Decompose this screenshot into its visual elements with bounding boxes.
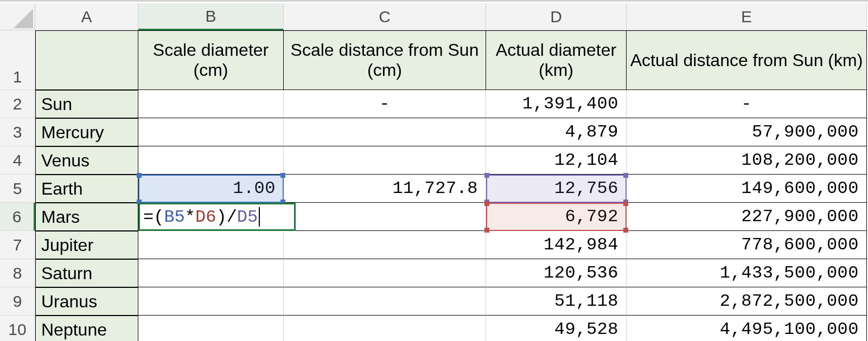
cell-B3[interactable]	[138, 118, 284, 146]
cell-D7[interactable]: 142,984	[486, 231, 627, 259]
row-header-1[interactable]: 1	[0, 30, 35, 90]
cell-C9[interactable]	[284, 287, 486, 316]
cell-A5[interactable]: Earth	[35, 175, 138, 203]
cell-A9[interactable]: Uranus	[35, 287, 138, 316]
row-header-7[interactable]: 7	[0, 231, 35, 259]
cell-A7[interactable]: Jupiter	[35, 231, 138, 259]
cell-E10[interactable]: 4,495,100,000	[627, 316, 867, 341]
cell-D3[interactable]: 4,879	[486, 118, 627, 146]
formula-edit-B6[interactable]: =(B5*D6)/D5	[138, 203, 296, 231]
cell-C1[interactable]: Scale distance from Sun (cm)	[284, 30, 486, 90]
table-row: Scale diameter (cm) Scale distance from …	[35, 30, 867, 90]
column-header-A[interactable]: A	[35, 3, 138, 30]
column-header-D[interactable]: D	[486, 3, 627, 30]
table-row: Sun - 1,391,400 -	[35, 90, 867, 118]
cell-C3[interactable]	[284, 118, 486, 146]
cell-E6[interactable]: 227,900,000	[627, 203, 867, 231]
cell-D8[interactable]: 120,536	[486, 259, 627, 287]
cell-C4[interactable]	[284, 146, 486, 175]
cell-C10[interactable]	[284, 316, 486, 341]
cell-B4[interactable]	[138, 146, 284, 175]
cell-A10[interactable]: Neptune	[35, 316, 138, 341]
column-header-B[interactable]: B	[138, 3, 284, 30]
row-header-5[interactable]: 5	[0, 175, 35, 203]
cell-D4[interactable]: 12,104	[486, 146, 627, 175]
grid: Scale diameter (cm) Scale distance from …	[35, 30, 867, 341]
cell-B2[interactable]	[138, 90, 284, 118]
cell-A6[interactable]: Mars	[35, 203, 138, 231]
cell-D2[interactable]: 1,391,400	[486, 90, 627, 118]
table-row: Jupiter 142,984 778,600,000	[35, 231, 867, 259]
cell-A8[interactable]: Saturn	[35, 259, 138, 287]
cell-C8[interactable]	[284, 259, 486, 287]
row-header-3[interactable]: 3	[0, 118, 35, 146]
cell-B7[interactable]	[138, 231, 284, 259]
cell-A1[interactable]	[35, 30, 138, 90]
cell-A3[interactable]: Mercury	[35, 118, 138, 146]
row-header-2[interactable]: 2	[0, 90, 35, 118]
spreadsheet: A B C D E 1 2 3 4 5 6 7 8 9 10 Scale dia…	[0, 0, 868, 341]
cell-D9[interactable]: 51,118	[486, 287, 627, 316]
row-header-6[interactable]: 6	[0, 203, 35, 231]
cell-D5[interactable]: 12,756	[486, 175, 627, 203]
cell-C5[interactable]: 11,727.8	[284, 175, 486, 203]
cell-E3[interactable]: 57,900,000	[627, 118, 867, 146]
table-row: Earth 1.00 11,727.8 12,756 149,600,000	[35, 175, 867, 203]
cell-A2[interactable]: Sun	[35, 90, 138, 118]
table-row: Uranus 51,118 2,872,500,000	[35, 287, 867, 316]
row-header-9[interactable]: 9	[0, 287, 35, 316]
column-header-C[interactable]: C	[284, 3, 486, 30]
cell-B1[interactable]: Scale diameter (cm)	[138, 30, 284, 90]
cell-E5[interactable]: 149,600,000	[627, 175, 867, 203]
cell-E1[interactable]: Actual distance from Sun (km)	[627, 30, 867, 90]
cell-B10[interactable]	[138, 316, 284, 341]
table-row: Saturn 120,536 1,433,500,000	[35, 259, 867, 287]
row-headers: 1 2 3 4 5 6 7 8 9 10	[0, 30, 35, 341]
cell-B8[interactable]	[138, 259, 284, 287]
cell-E8[interactable]: 1,433,500,000	[627, 259, 867, 287]
cell-C7[interactable]	[284, 231, 486, 259]
cell-E4[interactable]: 108,200,000	[627, 146, 867, 175]
cell-E2[interactable]: -	[627, 90, 867, 118]
cell-D1[interactable]: Actual diameter (km)	[486, 30, 627, 90]
table-row: Mercury 4,879 57,900,000	[35, 118, 867, 146]
cell-E9[interactable]: 2,872,500,000	[627, 287, 867, 316]
table-row: Venus 12,104 108,200,000	[35, 146, 867, 175]
cell-A4[interactable]: Venus	[35, 146, 138, 175]
cell-C6[interactable]	[284, 203, 486, 231]
row-header-8[interactable]: 8	[0, 259, 35, 287]
cell-D10[interactable]: 49,528	[486, 316, 627, 341]
row-header-10[interactable]: 10	[0, 316, 35, 341]
column-header-E[interactable]: E	[627, 3, 867, 30]
cell-B9[interactable]	[138, 287, 284, 316]
table-row: Neptune 49,528 4,495,100,000	[35, 316, 867, 341]
column-headers: A B C D E	[35, 3, 867, 30]
row-header-4[interactable]: 4	[0, 146, 35, 175]
cell-D6[interactable]: 6,792	[486, 203, 627, 231]
cell-C2[interactable]: -	[284, 90, 486, 118]
cell-E7[interactable]: 778,600,000	[627, 231, 867, 259]
select-all-corner[interactable]	[0, 3, 35, 30]
cell-B5[interactable]: 1.00	[138, 175, 284, 203]
